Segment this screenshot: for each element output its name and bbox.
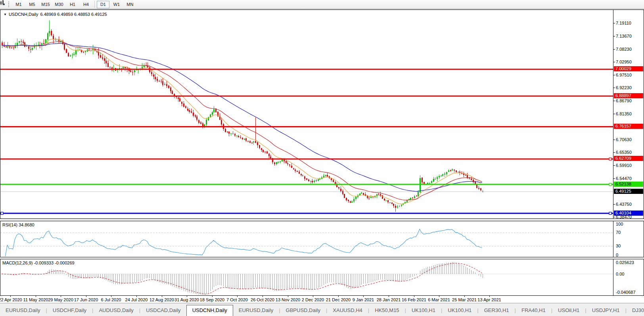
price-axis-label: 6.59910 <box>616 163 632 168</box>
price-tag: 6.88897 <box>614 93 643 98</box>
price-tag: 6.40104 <box>614 211 643 216</box>
chart-menu-caret-icon[interactable]: ▼ <box>4 13 7 16</box>
price-axis-label: 6.86790 <box>616 98 632 103</box>
time-axis-tick <box>313 296 313 297</box>
timeframe-button-mn[interactable]: MN <box>124 1 136 8</box>
macd-axis-label: 0.00 <box>616 272 624 276</box>
time-axis-label: 31 Aug 2020 <box>174 297 199 302</box>
price-axis-tick <box>613 101 615 101</box>
ma-medium-line <box>2 42 482 200</box>
time-axis-label: 6 Mar 2021 <box>428 297 450 302</box>
time-axis-tick <box>10 296 11 297</box>
time-axis-label: 24 Jul 2020 <box>125 297 148 302</box>
time-axis-label: 28 Jan 2021 <box>377 297 401 302</box>
price-axis-label: 7.02950 <box>616 59 632 64</box>
chart-ohlc-values: 6.48969 6.49859 6.48853 6.49125 <box>40 12 107 17</box>
price-tag: 6.62709 <box>614 156 643 161</box>
time-axis-label: 7 Oct 2020 <box>226 297 248 302</box>
timeframe-button-w1[interactable]: W1 <box>110 1 123 8</box>
chart-tab-hk50-m15[interactable]: HK50,M15 <box>369 306 404 316</box>
chart-tab-usdcnh-daily[interactable]: USDCNH,Daily <box>186 305 233 316</box>
chart-tab-eurusd-daily[interactable]: EURUSD,Daily <box>233 306 279 316</box>
chart-tab-xauusd-h4[interactable]: XAUUSD,H4 <box>327 306 368 316</box>
price-axis-label: 6.43750 <box>616 202 632 207</box>
chart-tab-usdjpy-h1[interactable]: USDJPY,H1 <box>586 306 625 316</box>
chart-tab-gbpusd-daily[interactable]: GBPUSD,Daily <box>280 306 326 316</box>
chart-tab-uk100-h1[interactable]: UK100,H1 <box>406 306 441 316</box>
macd-axis-label: -0.040687 <box>616 290 636 295</box>
axis-separator <box>613 259 613 296</box>
rsi-line <box>6 229 482 256</box>
chart-tab-usoil-h1[interactable]: USOil,H1 <box>552 306 585 316</box>
price-axis-tick <box>613 88 615 88</box>
rsi-panel: RSI(14) 34.8680 <box>0 221 644 257</box>
toolbar-grip[interactable] <box>8 1 10 8</box>
chart-tool-button[interactable]: ▼ <box>0 0 7 9</box>
ma-fast-line <box>2 39 482 204</box>
time-axis-label: 21 Dec 2020 <box>326 297 351 302</box>
price-axis-tick <box>613 140 615 140</box>
time-axis[interactable]: 22 Apr 202011 May 202029 May 202017 Jun … <box>0 296 644 303</box>
time-axis-tick <box>136 296 137 297</box>
timeframe-button-h4[interactable]: H4 <box>80 1 92 8</box>
axis-separator <box>613 221 613 257</box>
time-axis-label: 9 Jan 2021 <box>353 297 374 302</box>
chart-tab-ger30-h1[interactable]: GER30,H1 <box>479 306 515 316</box>
price-tag: 7.00029 <box>614 66 643 71</box>
macd-signal-line <box>2 263 482 294</box>
time-axis-tick <box>414 296 414 297</box>
price-axis-tick <box>613 49 615 50</box>
chart-tab-dj30-weekly[interactable]: DJ30,Weekly <box>627 306 644 316</box>
time-axis-label: 12 Aug 2020 <box>150 297 174 302</box>
price-axis-label: 6.92230 <box>616 85 632 90</box>
level-line-handle[interactable] <box>609 183 611 186</box>
time-axis-label: 2 Dec 2020 <box>302 297 324 302</box>
time-axis-tick <box>288 296 288 297</box>
time-axis-label: 29 May 2020 <box>48 297 73 302</box>
price-tag: 6.76157 <box>614 124 643 129</box>
time-axis-tick <box>489 296 490 297</box>
price-axis-label: 6.65350 <box>616 150 632 155</box>
chart-tab-eurusd-daily[interactable]: EURUSD,Daily <box>0 306 46 316</box>
macd-panel: MACD(12,26,9) -0.009333 -0.000269 <box>0 259 644 296</box>
chart-tab-audusd-daily[interactable]: AUDUSD,Daily <box>93 306 139 316</box>
chart-tab-fra40-h1[interactable]: FRA40,H1 <box>516 306 551 316</box>
level-line-handle[interactable] <box>1 212 3 214</box>
time-axis-tick <box>61 296 61 297</box>
rsi-label: RSI(14) 34.8680 <box>2 222 34 227</box>
timeframe-button-m15[interactable]: M15 <box>39 1 52 8</box>
macd-canvas <box>0 259 613 295</box>
level-line-handle[interactable] <box>609 212 611 214</box>
time-axis-label: 22 Apr 2020 <box>0 297 22 302</box>
chart-tab-usdchf-daily[interactable]: USDCHF,Daily <box>47 306 92 316</box>
price-axis-label: 7.08230 <box>616 47 632 52</box>
timeframe-toolbar: ▼ M1M5M15M30H1H4D1W1MN <box>0 0 644 9</box>
price-axis-tick <box>613 178 615 179</box>
time-axis-label: 17 Jun 2020 <box>74 297 98 302</box>
chart-tab-uk100-h1[interactable]: UK100,H1 <box>442 306 477 316</box>
rsi-axis-label: 0 <box>616 253 618 257</box>
chart-tab-usdcad-daily[interactable]: USDCAD,Daily <box>140 306 186 316</box>
time-axis-label: 11 May 2020 <box>23 297 48 302</box>
macd-label: MACD(12,26,9) -0.009333 -0.000269 <box>2 260 75 265</box>
time-axis-tick <box>263 296 263 297</box>
timeframe-button-h1[interactable]: H1 <box>66 1 79 8</box>
timeframe-button-m5[interactable]: M5 <box>26 1 38 8</box>
timeframe-button-d1[interactable]: D1 <box>97 1 109 8</box>
time-axis-label: 16 Feb 2021 <box>402 297 426 302</box>
chart-tab-bar: EURUSD,Daily|USDCHF,Daily|AUDUSD,Daily|U… <box>0 303 644 316</box>
price-tag: 6.49125 <box>614 189 643 194</box>
timeframe-button-m30[interactable]: M30 <box>53 1 65 8</box>
chart-cursor-icon <box>0 0 6 6</box>
price-axis-label: 6.81350 <box>616 111 632 116</box>
price-axis-tick <box>613 165 615 166</box>
level-line-handle[interactable] <box>609 158 611 160</box>
rsi-axis-label: 70 <box>616 230 621 235</box>
main-chart-panel[interactable]: ▼ USDCNH,Daily 6.48969 6.49859 6.48853 6… <box>0 10 644 219</box>
price-axis-tick <box>613 23 615 23</box>
timeframe-button-m1[interactable]: M1 <box>12 1 25 8</box>
time-axis-tick <box>237 296 238 297</box>
price-axis-label: 6.54470 <box>616 176 632 181</box>
time-axis-tick <box>338 296 339 297</box>
rsi-canvas <box>0 221 613 257</box>
